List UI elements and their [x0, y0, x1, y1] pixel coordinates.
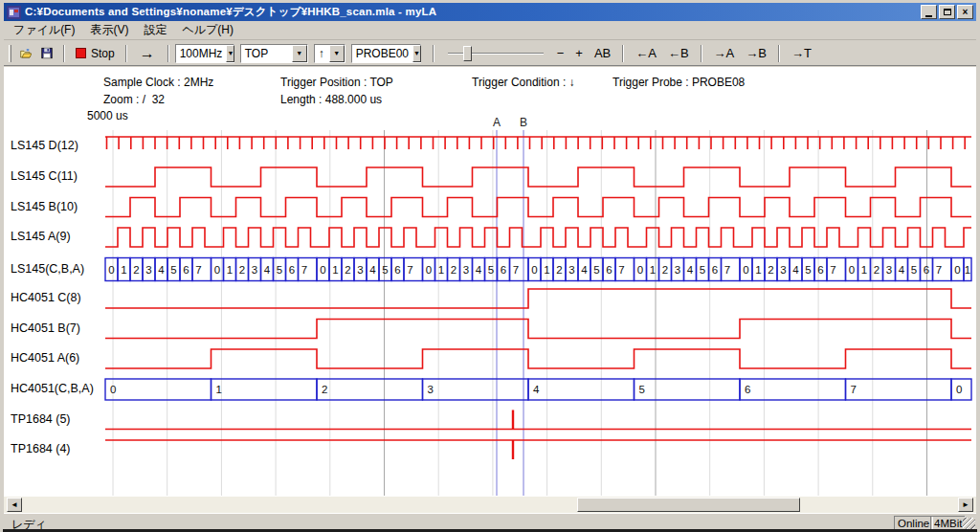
svg-text:3: 3 [357, 264, 363, 276]
waveform-canvas[interactable]: 0123456701234567012345670123456701234567… [3, 2, 980, 532]
svg-text:5: 5 [639, 384, 645, 395]
memory-indicator: 4MBit [930, 516, 966, 530]
svg-text:6: 6 [183, 264, 189, 276]
svg-text:4: 4 [264, 264, 271, 276]
svg-text:6: 6 [501, 264, 506, 276]
svg-text:3: 3 [568, 264, 574, 276]
svg-text:1: 1 [438, 264, 444, 276]
svg-text:5: 5 [593, 264, 599, 276]
svg-text:2: 2 [556, 264, 562, 276]
svg-text:6: 6 [712, 264, 718, 276]
waveform-channel [105, 320, 971, 339]
waveform-channel [105, 228, 971, 247]
svg-text:3: 3 [675, 264, 680, 276]
svg-text:2: 2 [874, 264, 880, 276]
waveform-channel: 012345670 [105, 379, 971, 400]
svg-text:6: 6 [745, 384, 750, 395]
svg-text:0: 0 [849, 264, 855, 276]
svg-text:3: 3 [428, 384, 434, 395]
waveform-channel [105, 167, 971, 187]
svg-text:1: 1 [965, 264, 970, 276]
svg-text:0: 0 [743, 264, 748, 276]
svg-text:7: 7 [407, 264, 412, 276]
svg-text:7: 7 [851, 384, 857, 395]
svg-text:7: 7 [724, 264, 730, 276]
svg-text:1: 1 [755, 264, 761, 276]
svg-text:5: 5 [700, 264, 705, 276]
waveform-channel [105, 349, 971, 368]
waveform-channel [105, 410, 971, 430]
svg-text:6: 6 [606, 264, 612, 276]
svg-text:0: 0 [954, 264, 960, 276]
svg-text:7: 7 [936, 264, 942, 276]
svg-text:2: 2 [322, 384, 327, 395]
svg-text:6: 6 [289, 264, 295, 276]
svg-text:0: 0 [110, 384, 116, 395]
svg-text:5: 5 [382, 264, 388, 276]
svg-text:2: 2 [768, 264, 773, 276]
svg-text:4: 4 [158, 264, 165, 276]
svg-text:0: 0 [637, 264, 643, 276]
svg-text:4: 4 [899, 264, 905, 276]
svg-text:4: 4 [687, 264, 694, 276]
svg-text:1: 1 [650, 264, 656, 276]
svg-text:6: 6 [817, 264, 823, 276]
svg-text:5: 5 [488, 264, 494, 276]
svg-text:0: 0 [426, 264, 432, 276]
svg-text:0: 0 [956, 384, 962, 395]
svg-text:7: 7 [830, 264, 835, 276]
svg-text:7: 7 [195, 264, 201, 276]
waveform-channel [105, 198, 971, 217]
waveform-channel [105, 289, 971, 308]
online-indicator: Online [894, 516, 933, 530]
svg-text:4: 4 [476, 264, 482, 276]
svg-text:2: 2 [133, 264, 139, 276]
svg-text:2: 2 [345, 264, 350, 276]
svg-text:2: 2 [662, 264, 668, 276]
scroll-left-button[interactable]: ◄ [7, 498, 22, 512]
svg-text:0: 0 [320, 264, 325, 276]
svg-text:4: 4 [792, 264, 799, 276]
svg-text:3: 3 [145, 264, 151, 276]
waveform-channel [105, 440, 971, 459]
svg-text:5: 5 [805, 264, 811, 276]
svg-text:3: 3 [252, 264, 257, 276]
svg-text:3: 3 [780, 264, 786, 276]
svg-text:5: 5 [277, 264, 282, 276]
svg-text:1: 1 [227, 264, 233, 276]
svg-text:5: 5 [911, 264, 917, 276]
waveform-channel [105, 137, 971, 149]
svg-text:1: 1 [861, 264, 867, 276]
svg-text:3: 3 [886, 264, 892, 276]
svg-text:2: 2 [239, 264, 245, 276]
svg-text:6: 6 [924, 264, 929, 276]
svg-text:1: 1 [121, 264, 126, 276]
svg-text:3: 3 [463, 264, 469, 276]
svg-text:4: 4 [533, 384, 540, 395]
svg-text:6: 6 [394, 264, 400, 276]
svg-text:5: 5 [170, 264, 176, 276]
svg-text:0: 0 [108, 264, 114, 276]
app-window: C:¥Documents and Settings¥noname¥デスクトップ¥… [0, 0, 980, 532]
svg-text:1: 1 [216, 384, 222, 395]
svg-text:1: 1 [332, 264, 338, 276]
scroll-right-button[interactable]: ► [958, 498, 973, 512]
svg-text:4: 4 [581, 264, 588, 276]
svg-text:4: 4 [369, 264, 376, 276]
svg-text:7: 7 [618, 264, 624, 276]
waveform-channel: 0123456701234567012345670123456701234567… [105, 258, 971, 281]
svg-text:7: 7 [301, 264, 307, 276]
svg-text:0: 0 [531, 264, 537, 276]
svg-text:2: 2 [451, 264, 457, 276]
scrollbar-thumb[interactable] [577, 498, 800, 512]
svg-text:7: 7 [513, 264, 519, 276]
svg-text:1: 1 [544, 264, 549, 276]
horizontal-scrollbar[interactable]: ◄ ► [4, 497, 976, 513]
svg-text:0: 0 [214, 264, 220, 276]
